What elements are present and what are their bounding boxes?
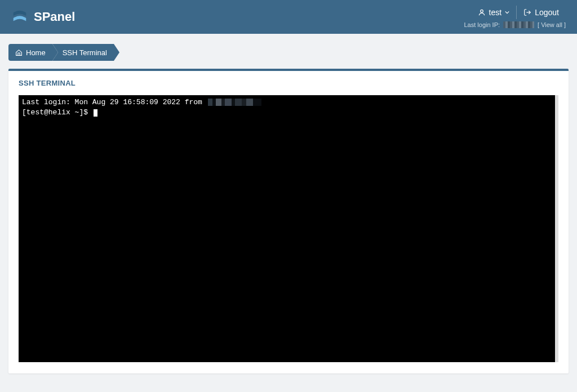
app-header: SPanel test Logout Last login IP: (0, 0, 577, 34)
terminal-cursor (94, 109, 97, 117)
terminal-wrap: Last login: Mon Aug 29 16:58:09 2022 fro… (8, 95, 569, 373)
header-actions: test Logout (471, 6, 566, 19)
chevron-down-icon (505, 10, 509, 15)
user-icon (478, 8, 486, 16)
terminal-prompt-line: [test@helix ~]$ (22, 108, 552, 118)
breadcrumb-home-label: Home (26, 48, 46, 57)
home-icon (15, 49, 23, 56)
spanel-logo-icon (11, 8, 28, 25)
breadcrumb: Home SSH Terminal (8, 44, 569, 61)
breadcrumb-container: Home SSH Terminal (0, 34, 577, 69)
header-right: test Logout Last login IP: [ View all ] (464, 6, 566, 28)
panel-title: SSH TERMINAL (8, 71, 569, 95)
user-label: test (489, 8, 502, 17)
last-login-ip-redacted (503, 21, 534, 28)
breadcrumb-home[interactable]: Home (8, 44, 52, 61)
svg-point-0 (480, 10, 483, 12)
terminal-last-login-text: Last login: Mon Aug 29 16:58:09 2022 fro… (22, 97, 207, 108)
breadcrumb-current[interactable]: SSH Terminal (52, 44, 114, 61)
brand-area[interactable]: SPanel (11, 8, 75, 25)
ssh-terminal-panel: SSH TERMINAL Last login: Mon Aug 29 16:5… (8, 69, 569, 373)
user-menu-button[interactable]: test (471, 6, 517, 19)
last-login-info: Last login IP: [ View all ] (464, 21, 566, 28)
logout-icon (523, 8, 531, 16)
terminal-line-last-login: Last login: Mon Aug 29 16:58:09 2022 fro… (22, 97, 552, 108)
breadcrumb-current-label: SSH Terminal (63, 48, 107, 57)
terminal-ip-redacted (208, 99, 261, 106)
last-login-prefix: Last login IP: (464, 21, 500, 28)
view-all-link[interactable]: [ View all ] (538, 21, 566, 28)
logout-label: Logout (535, 8, 559, 17)
terminal[interactable]: Last login: Mon Aug 29 16:58:09 2022 fro… (19, 95, 558, 362)
logout-button[interactable]: Logout (517, 6, 566, 19)
terminal-prompt: [test@helix ~]$ (22, 108, 92, 117)
brand-name: SPanel (34, 10, 75, 24)
